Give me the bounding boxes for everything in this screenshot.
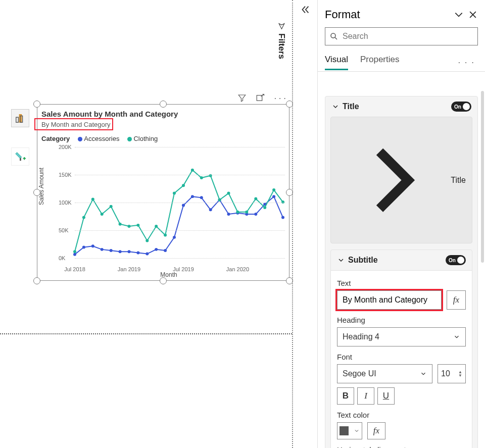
legend-dot-clothing [127, 137, 132, 141]
search-input[interactable] [343, 32, 473, 41]
tab-visual[interactable]: Visual [325, 55, 348, 70]
svg-point-50 [263, 206, 266, 209]
legend-label: Clothing [133, 135, 158, 142]
svg-point-14 [155, 248, 158, 251]
y-tick: 200K [59, 144, 72, 150]
legend-label: Accessories [84, 135, 119, 142]
svg-point-11 [128, 250, 131, 253]
svg-point-18 [191, 195, 194, 198]
svg-point-20 [209, 208, 212, 211]
fx-button[interactable]: fx [447, 290, 466, 310]
format-search[interactable] [325, 27, 478, 45]
chevron-down-icon [354, 428, 360, 434]
subcard-title: Title [330, 117, 472, 243]
svg-point-46 [227, 192, 230, 195]
tab-properties[interactable]: Properties [360, 55, 399, 70]
svg-point-7 [91, 244, 94, 247]
svg-point-12 [136, 251, 139, 254]
subcard-title-header[interactable]: Title [331, 117, 472, 243]
font-family-select[interactable]: Segoe UI [337, 364, 432, 383]
svg-point-8 [101, 248, 104, 251]
card-title: Title On Title Subtitle On [325, 96, 478, 448]
svg-point-35 [128, 225, 131, 228]
canvas-divider [0, 333, 292, 334]
spinner-icon[interactable]: ▲▼ [458, 370, 462, 377]
underline-button[interactable]: U [377, 387, 395, 405]
font-size-input[interactable]: 10 ▲▼ [438, 364, 466, 383]
svg-point-5 [73, 253, 76, 256]
card-title-header[interactable]: Title On [325, 96, 477, 117]
field-label-font: Font [337, 353, 466, 361]
svg-point-28 [281, 216, 284, 219]
svg-point-9 [110, 249, 113, 252]
svg-point-31 [91, 198, 94, 201]
toggle-subtitle[interactable]: On [446, 255, 466, 265]
subtitle-text-input[interactable] [337, 290, 442, 310]
svg-point-15 [164, 249, 167, 252]
bar-stack-icon [15, 113, 26, 124]
layer-order-button[interactable] [11, 109, 29, 127]
format-pane: Format Visual Properties · · · Title On [317, 0, 485, 448]
chart-title: Sales Amount by Month and Category [41, 110, 178, 118]
svg-point-49 [254, 197, 257, 201]
svg-point-38 [155, 225, 158, 228]
expand-chevron-down-icon[interactable] [454, 10, 464, 20]
x-tick: Jul 2018 [64, 266, 85, 272]
filter-icon[interactable] [237, 93, 247, 103]
resize-handle[interactable] [160, 101, 167, 108]
card-subtitle: Subtitle On Text fx Heading [330, 250, 472, 448]
chevron-down-icon [337, 256, 345, 264]
y-axis-label: Sales Amount [38, 168, 45, 205]
more-options-icon[interactable]: · · · [274, 93, 286, 104]
resize-handle[interactable] [33, 189, 40, 196]
report-canvas[interactable]: · · · Sales Amount by Month and Category… [0, 0, 292, 448]
search-icon [329, 32, 338, 41]
chart-subtitle: By Month and Category [41, 121, 111, 128]
chart-legend: Category Accessories Clothing [41, 135, 158, 142]
y-tick: 100K [59, 200, 72, 206]
svg-point-16 [173, 236, 176, 239]
svg-point-6 [82, 246, 85, 249]
svg-point-42 [191, 169, 194, 172]
field-label-heading: Heading [337, 316, 466, 324]
svg-point-25 [254, 213, 257, 216]
chart-lines [53, 145, 285, 265]
focus-mode-icon[interactable] [256, 93, 265, 103]
filters-pane-collapsed[interactable]: Filters [292, 0, 317, 448]
svg-point-51 [272, 188, 275, 191]
collapse-double-chevron-icon[interactable] [300, 4, 311, 15]
tabs-more-icon[interactable]: · · · [458, 58, 478, 68]
bold-button[interactable]: B [337, 387, 354, 405]
chevron-right-icon [337, 123, 451, 237]
chart-plot-area: Sales Amount Month 0K50K100K150K200KJul … [53, 145, 285, 265]
filter-share-icon [277, 22, 285, 30]
toggle-title[interactable]: On [451, 102, 471, 112]
svg-point-37 [146, 239, 149, 242]
field-label-text: Text [337, 279, 466, 287]
chevron-down-icon [420, 370, 427, 377]
x-tick: Jan 2020 [226, 266, 249, 272]
svg-point-29 [73, 250, 76, 253]
card-subtitle-header[interactable]: Subtitle On [331, 250, 472, 270]
y-tick: 50K [59, 227, 69, 233]
chart-visual[interactable]: · · · Sales Amount by Month and Category… [37, 104, 289, 281]
close-icon[interactable] [468, 10, 478, 20]
resize-handle[interactable] [160, 277, 167, 284]
heading-select[interactable]: Heading 4 [337, 327, 466, 346]
subcard-title-label: Title [451, 176, 466, 185]
card-subtitle-label: Subtitle [348, 256, 378, 265]
y-tick: 0K [59, 255, 65, 261]
format-painter-button[interactable] [11, 147, 29, 166]
field-label-color: Text color [337, 411, 466, 419]
svg-point-43 [200, 176, 203, 179]
resize-handle[interactable] [33, 101, 40, 108]
italic-button[interactable]: I [357, 387, 374, 405]
text-color-swatch[interactable] [337, 422, 362, 439]
scrollbar[interactable] [481, 91, 484, 263]
svg-point-33 [110, 205, 113, 208]
filters-label: Filters [276, 22, 286, 59]
resize-handle[interactable] [33, 277, 40, 284]
svg-point-39 [164, 234, 167, 237]
fx-button[interactable]: fx [367, 422, 385, 439]
svg-point-53 [331, 33, 335, 38]
